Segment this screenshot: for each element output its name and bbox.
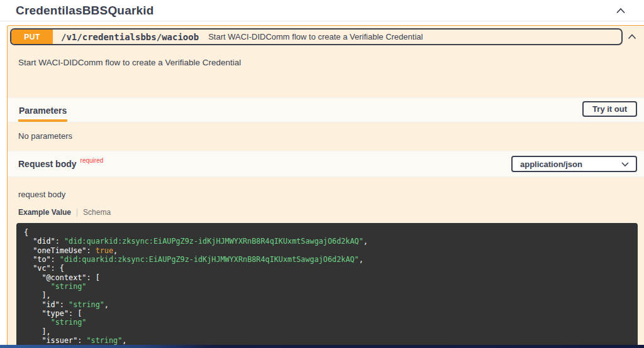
swagger-page: CredentilasBBSQuarkid PUT /v1/credential…: [0, 0, 644, 348]
operation-summary-box[interactable]: PUT /v1/credentialsbbs/wacioob Start WAC…: [10, 28, 623, 45]
collapse-section-button[interactable]: [614, 4, 628, 18]
request-body-title: Request body: [18, 159, 77, 169]
operation-description: Start WACI-DIDComm flow to create a Veri…: [8, 48, 644, 97]
tag-title: CredentilasBBSQuarkid: [16, 4, 154, 18]
operation-summary[interactable]: PUT /v1/credentialsbbs/wacioob Start WAC…: [8, 26, 644, 48]
tab-parameters[interactable]: Parameters: [18, 106, 67, 122]
content-type-select[interactable]: application/json: [511, 156, 637, 172]
tag-section-header[interactable]: CredentilasBBSQuarkid: [0, 0, 644, 21]
chevron-up-icon: [615, 7, 626, 14]
opblock-put: PUT /v1/credentialsbbs/wacioob Start WAC…: [7, 25, 644, 348]
parameters-header: Parameters Try it out: [8, 97, 644, 122]
method-badge: PUT: [11, 30, 53, 44]
collapse-operation-button[interactable]: [624, 30, 640, 44]
try-it-out-button[interactable]: Try it out: [582, 101, 637, 117]
content-type-value: application/json: [520, 160, 582, 169]
no-parameters-text: No parameters: [8, 122, 644, 151]
tab-schema[interactable]: Schema: [83, 208, 111, 217]
tab-separator: [77, 209, 77, 217]
example-schema-tabs: Example Value Schema: [18, 208, 644, 217]
bottom-window-edge: [0, 345, 644, 348]
operation-summary-text: Start WACI-DIDComm flow to create a Veri…: [208, 32, 423, 41]
request-body-section: request body Example Value Schema { "did…: [8, 190, 644, 348]
required-badge: required: [80, 157, 104, 164]
operation-path: /v1/credentialsbbs/wacioob: [61, 32, 199, 42]
request-body-header: Request body required application/json: [8, 151, 644, 177]
tab-example-value[interactable]: Example Value: [18, 208, 71, 217]
request-body-description: request body: [18, 190, 644, 199]
chevron-up-icon: [627, 33, 637, 40]
chevron-down-icon: [621, 161, 630, 167]
example-code: { "did": "did:quarkid:zksync:EiAUPgZ9z-i…: [16, 223, 638, 348]
